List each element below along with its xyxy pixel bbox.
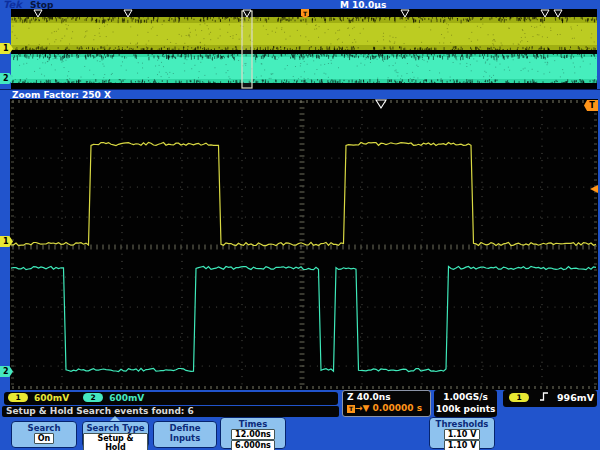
times-button[interactable]: Times 12.00ns 6.000ns bbox=[220, 417, 286, 449]
trigger-icon: T bbox=[347, 405, 355, 413]
trigger-level-value: 996mV bbox=[557, 392, 594, 403]
sample-rate-readout: 1.00GS/s 100k points bbox=[434, 390, 497, 417]
search-event-marker-icon bbox=[554, 10, 562, 17]
channel2-badge-icon: 2 bbox=[83, 393, 103, 402]
zoom-timebase-readout: Z 40.0ns T→▼ 0.00000 s bbox=[342, 390, 431, 417]
trigger-level-arrow-icon[interactable] bbox=[590, 185, 598, 193]
search-on-value[interactable]: On bbox=[34, 433, 55, 444]
trigger-source-badge-icon: 1 bbox=[509, 393, 529, 402]
threshold1-value[interactable]: 1.10 V bbox=[444, 429, 481, 440]
define-label: Define bbox=[154, 423, 216, 433]
define-inputs-button[interactable]: Define Inputs bbox=[153, 421, 217, 448]
waveform-graticule bbox=[10, 99, 598, 390]
threshold2-value[interactable]: 1.10 V bbox=[444, 440, 481, 450]
search-button-label: Search bbox=[12, 423, 76, 433]
trigger-readout: 1996mV bbox=[503, 390, 597, 407]
search-event-marker-icon bbox=[124, 10, 132, 17]
search-type-label: Search Type bbox=[83, 423, 148, 433]
search-on-button[interactable]: Search On bbox=[11, 421, 77, 448]
search-type-value[interactable]: Setup & Hold bbox=[83, 433, 148, 450]
record-length: 100k points bbox=[434, 403, 497, 415]
channel1-badge-icon: 1 bbox=[8, 393, 28, 402]
channel1-scale: 600mV bbox=[34, 393, 69, 403]
zoom-waveform-display: T bbox=[10, 99, 598, 390]
hold-time-value[interactable]: 6.000ns bbox=[231, 440, 275, 450]
thresholds-button[interactable]: Thresholds 1.10 V 1.10 V bbox=[429, 417, 495, 449]
thresholds-label: Thresholds bbox=[430, 419, 494, 429]
overview-waveform-bands bbox=[11, 9, 597, 89]
search-event-marker-icon bbox=[34, 10, 42, 17]
zoom-position: T→▼ 0.00000 s bbox=[347, 403, 430, 414]
inputs-label: Inputs bbox=[154, 433, 216, 443]
search-event-marker-icon bbox=[541, 10, 549, 17]
acquisition-overview bbox=[11, 9, 597, 89]
channel2-scale: 600mV bbox=[109, 393, 144, 403]
search-type-button[interactable]: Search Type Setup & Hold bbox=[82, 421, 149, 448]
channel-scale-readout: 1600mV2600mV bbox=[4, 392, 338, 405]
search-events-status: Setup & Hold Search events found: 6 bbox=[2, 406, 339, 417]
zoom-window-bracket[interactable] bbox=[242, 11, 252, 88]
rising-edge-icon bbox=[539, 391, 549, 402]
times-label: Times bbox=[221, 419, 285, 429]
setup-time-value[interactable]: 12.00ns bbox=[231, 429, 275, 440]
oscilloscope-screen: Tek Stop M 10.0µs T 1 2 Zoom Factor: 250… bbox=[0, 0, 600, 450]
zoom-scale: Z 40.0ns bbox=[347, 392, 430, 403]
search-event-marker-icon bbox=[376, 100, 386, 108]
zoom-factor-bar: Zoom Factor: 250 X bbox=[0, 89, 600, 99]
sample-rate: 1.00GS/s bbox=[434, 391, 497, 403]
